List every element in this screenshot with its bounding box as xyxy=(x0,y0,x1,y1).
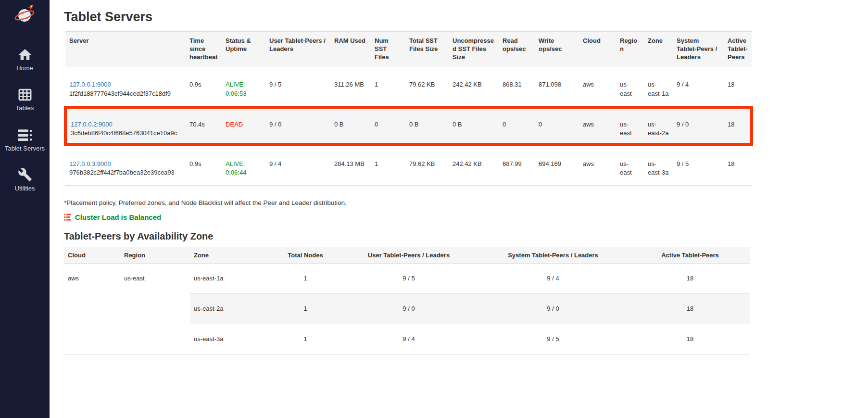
cell-ram-used: 311.26 MB xyxy=(330,66,371,107)
server-link[interactable]: 127.0.0.3:9000 xyxy=(69,160,111,167)
cell-status: ALIVE:0:06:53 xyxy=(222,66,265,107)
sidebar-item-label: Tables xyxy=(16,105,34,112)
cell-region: us-east xyxy=(616,66,644,107)
cell-read-ops: 0 xyxy=(499,107,535,144)
cell-region: us-east xyxy=(616,144,644,185)
column-header: Cloud xyxy=(579,32,616,66)
column-header: Total SST Files Size xyxy=(405,32,449,66)
cell-user-peers: 9 / 0 xyxy=(341,293,476,324)
column-header: RAM Used xyxy=(330,32,371,66)
column-header: Region xyxy=(120,247,190,263)
page-title: Tablet Servers xyxy=(64,10,868,25)
column-header: Uncompressed SST Files Size xyxy=(449,32,499,66)
cell-system-peers: 9 / 4 xyxy=(476,263,630,293)
sidebar-item-tables[interactable]: Tables xyxy=(0,87,50,112)
cell-region: us-east xyxy=(120,263,190,355)
cell-active-peers: 18 xyxy=(724,144,752,185)
cell-zone: us-east-2a xyxy=(190,293,269,324)
main-content: Tablet Servers ServerTime since heartbea… xyxy=(50,0,868,418)
cell-server: 127.0.0.2:90003c6deb86f40c4f668e5763041c… xyxy=(65,107,186,144)
sidebar-item-home[interactable]: Home xyxy=(0,47,50,72)
cell-zone: us-east-1a xyxy=(190,263,269,293)
cell-total-sst-size: 0 B xyxy=(405,107,449,144)
column-header: Read ops/sec xyxy=(499,32,535,66)
tablet-server-row: 127.0.0.3:9000976b382c2ff442f7ba0bea32e3… xyxy=(65,144,752,185)
column-header: Status & Uptime xyxy=(222,32,265,66)
column-header: Cloud xyxy=(64,247,120,263)
cell-write-ops: 871.098 xyxy=(535,66,579,107)
cell-write-ops: 0 xyxy=(535,107,579,144)
server-uuid: 976b382c2ff442f7ba0bea32e39cea93 xyxy=(69,168,182,177)
cell-status: ALIVE:0:06:44 xyxy=(222,144,265,185)
server-uuid: 1f2fd188777643cf944ced2f37c18df9 xyxy=(69,89,182,98)
column-header: System Tablet-Peers / Leaders xyxy=(476,247,630,263)
column-header: Total Nodes xyxy=(269,247,341,263)
cell-uncompressed-sst-size: 242.42 KB xyxy=(449,144,499,185)
cell-total-nodes: 1 xyxy=(269,324,341,355)
az-row: awsus-eastus-east-1a19 / 59 / 418 xyxy=(64,263,750,293)
cell-system-peers: 9 / 5 xyxy=(476,324,630,355)
cell-zone: us-east-3a xyxy=(644,144,673,185)
sidebar-item-label: Utilities xyxy=(15,185,35,192)
column-header: Num SST Files xyxy=(371,32,405,66)
cell-total-nodes: 1 xyxy=(269,293,341,324)
server-link[interactable]: 127.0.0.1:9000 xyxy=(69,81,111,88)
cell-zone: us-east-3a xyxy=(190,324,269,355)
cell-cloud: aws xyxy=(64,263,120,355)
cell-uncompressed-sst-size: 242.42 KB xyxy=(449,66,499,107)
cell-system-peers: 9 / 5 xyxy=(673,144,724,185)
cell-heartbeat: 0.9s xyxy=(186,66,222,107)
cell-cloud: aws xyxy=(579,144,616,185)
cell-active-peers: 18 xyxy=(724,107,752,144)
tablet-servers-tbody: 127.0.0.1:90001f2fd188777643cf944ced2f37… xyxy=(65,66,752,185)
cell-server: 127.0.0.1:90001f2fd188777643cf944ced2f37… xyxy=(65,66,186,107)
server-link[interactable]: 127.0.0.2:9000 xyxy=(71,121,113,128)
cell-region: us-east xyxy=(616,107,644,144)
utilities-icon xyxy=(18,167,32,183)
column-header: Zone xyxy=(644,32,673,66)
tablet-servers-icon xyxy=(17,127,33,143)
az-tbody: awsus-eastus-east-1a19 / 59 / 418us-east… xyxy=(64,263,750,355)
sidebar-item-label: Tablet Servers xyxy=(5,145,45,152)
app-logo[interactable] xyxy=(13,3,37,28)
sidebar: Home Tables Tablet Servers Utilities xyxy=(0,0,50,418)
cluster-load-label: Cluster Load is Balanced xyxy=(75,213,161,221)
az-header-row: CloudRegionZoneTotal NodesUser Tablet-Pe… xyxy=(64,247,750,263)
cell-total-sst-size: 79.62 KB xyxy=(405,66,449,107)
cell-num-sst-files: 1 xyxy=(371,144,405,185)
cell-status: DEAD xyxy=(222,107,265,144)
cell-server: 127.0.0.3:9000976b382c2ff442f7ba0bea32e3… xyxy=(65,144,186,185)
column-header: Server xyxy=(65,32,186,66)
cell-num-sst-files: 0 xyxy=(371,107,405,144)
cell-active-peers: 18 xyxy=(630,293,750,324)
cell-num-sst-files: 1 xyxy=(371,66,405,107)
column-header: User Tablet-Peers / Leaders xyxy=(265,32,330,66)
cell-total-sst-size: 79.62 KB xyxy=(405,144,449,185)
tablet-server-row: 127.0.0.2:90003c6deb86f40c4f668e5763041c… xyxy=(65,107,752,144)
cell-active-peers: 18 xyxy=(630,263,750,293)
column-header: Write ops/sec xyxy=(535,32,579,66)
sidebar-item-utilities[interactable]: Utilities xyxy=(0,167,50,192)
cell-user-peers: 9 / 4 xyxy=(341,324,476,355)
cell-user-peers: 9 / 4 xyxy=(265,144,330,185)
cluster-load-status: Cluster Load is Balanced xyxy=(64,213,868,221)
cell-heartbeat: 0.9s xyxy=(186,144,222,185)
cell-zone: us-east-1a xyxy=(644,66,673,107)
cell-user-peers: 9 / 5 xyxy=(341,263,476,293)
cell-zone: us-east-2a xyxy=(644,107,673,144)
cell-system-peers: 9 / 0 xyxy=(673,107,724,144)
sidebar-item-tablet-servers[interactable]: Tablet Servers xyxy=(0,127,50,152)
cell-read-ops: 687.99 xyxy=(499,144,535,185)
cell-write-ops: 694.169 xyxy=(535,144,579,185)
cell-system-peers: 9 / 0 xyxy=(476,293,630,324)
az-table: CloudRegionZoneTotal NodesUser Tablet-Pe… xyxy=(64,247,750,355)
cell-total-nodes: 1 xyxy=(269,263,341,293)
tablet-servers-table: ServerTime since heartbeatStatus & Uptim… xyxy=(64,31,753,186)
column-header: System Tablet-Peers / Leaders xyxy=(673,32,724,66)
sidebar-item-label: Home xyxy=(16,65,33,72)
column-header: User Tablet-Peers / Leaders xyxy=(341,247,476,263)
column-header: Zone xyxy=(190,247,269,263)
column-header: Active Tablet-Peers xyxy=(630,247,750,263)
cell-ram-used: 0 B xyxy=(330,107,371,144)
tablet-server-row: 127.0.0.1:90001f2fd188777643cf944ced2f37… xyxy=(65,66,752,107)
